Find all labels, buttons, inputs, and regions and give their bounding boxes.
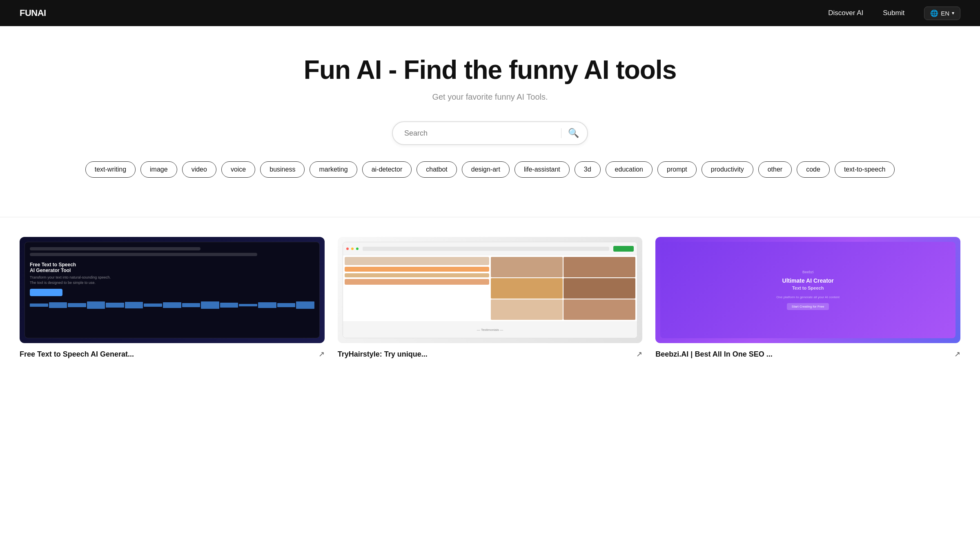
search-container: 🔍	[10, 121, 970, 145]
card-3-title-row: Beebzi.AI | Best All In One SEO ... ↗	[655, 350, 960, 359]
card-2-title-row: TryHairstyle: Try unique... ↗	[338, 350, 643, 359]
chevron-down-icon: ▾	[952, 10, 954, 16]
nav: Discover AI Submit 🌐 EN ▾	[828, 7, 960, 20]
tag-marketing[interactable]: marketing	[310, 161, 357, 178]
tag-video[interactable]: video	[182, 161, 216, 178]
tags-container: text-writing image video voice business …	[10, 161, 970, 197]
search-divider	[561, 128, 561, 138]
card-2-image: — Testimonials —	[338, 237, 643, 343]
card-3[interactable]: Beebzi Ultimate AI Creator Text to Speec…	[649, 230, 967, 365]
tag-ai-detector[interactable]: ai-detector	[362, 161, 412, 178]
language-selector[interactable]: 🌐 EN ▾	[924, 7, 960, 20]
card-3-title: Beebzi.AI | Best All In One SEO ...	[655, 350, 951, 359]
card-2-external-link-icon[interactable]: ↗	[636, 350, 642, 359]
tag-voice[interactable]: voice	[221, 161, 255, 178]
card-1-image: Free Text to SpeechAI Generator Tool Tra…	[20, 237, 325, 343]
card-3-screenshot: Beebzi Ultimate AI Creator Text to Speec…	[660, 242, 956, 338]
tag-education[interactable]: education	[606, 161, 653, 178]
tag-text-to-speech[interactable]: text-to-speech	[835, 161, 895, 178]
card-1[interactable]: Free Text to SpeechAI Generator Tool Tra…	[13, 230, 331, 365]
card-2[interactable]: — Testimonials — TryHairstyle: Try uniqu…	[331, 230, 649, 365]
tag-productivity[interactable]: productivity	[702, 161, 753, 178]
tag-other[interactable]: other	[758, 161, 792, 178]
card-2-screenshot: — Testimonials —	[343, 242, 638, 338]
header: FUNAI Discover AI Submit 🌐 EN ▾	[0, 0, 980, 26]
tag-life-assistant[interactable]: life-assistant	[514, 161, 570, 178]
card-3-external-link-icon[interactable]: ↗	[954, 350, 960, 359]
search-icon: 🔍	[568, 128, 579, 138]
tag-prompt[interactable]: prompt	[657, 161, 697, 178]
lang-label: EN	[941, 10, 949, 17]
search-input[interactable]	[404, 129, 556, 138]
logo[interactable]: FUNAI	[20, 8, 46, 18]
tag-3d[interactable]: 3d	[575, 161, 601, 178]
tag-text-writing[interactable]: text-writing	[85, 161, 136, 178]
nav-submit[interactable]: Submit	[883, 9, 904, 17]
card-1-screenshot: Free Text to SpeechAI Generator Tool Tra…	[24, 242, 320, 338]
card-1-external-link-icon[interactable]: ↗	[318, 350, 325, 359]
card-2-title: TryHairstyle: Try unique...	[338, 350, 633, 359]
hero-section: Fun AI - Find the funny AI tools Get you…	[0, 26, 980, 217]
hero-subtitle: Get your favorite funny AI Tools.	[10, 92, 970, 102]
tag-image[interactable]: image	[140, 161, 177, 178]
tag-code[interactable]: code	[797, 161, 830, 178]
tag-design-art[interactable]: design-art	[462, 161, 510, 178]
card-3-image: Beebzi Ultimate AI Creator Text to Speec…	[655, 237, 960, 343]
nav-discover-ai[interactable]: Discover AI	[828, 9, 863, 17]
card-1-title-row: Free Text to Speech AI Generat... ↗	[20, 350, 325, 359]
search-box: 🔍	[392, 121, 588, 145]
hero-title: Fun AI - Find the funny AI tools	[10, 56, 970, 84]
search-button[interactable]: 🔍	[566, 126, 581, 140]
cards-section: Free Text to SpeechAI Generator Tool Tra…	[0, 217, 980, 365]
tag-chatbot[interactable]: chatbot	[416, 161, 457, 178]
card-1-title: Free Text to Speech AI Generat...	[20, 350, 315, 359]
globe-icon: 🌐	[930, 9, 938, 17]
tag-business[interactable]: business	[260, 161, 305, 178]
